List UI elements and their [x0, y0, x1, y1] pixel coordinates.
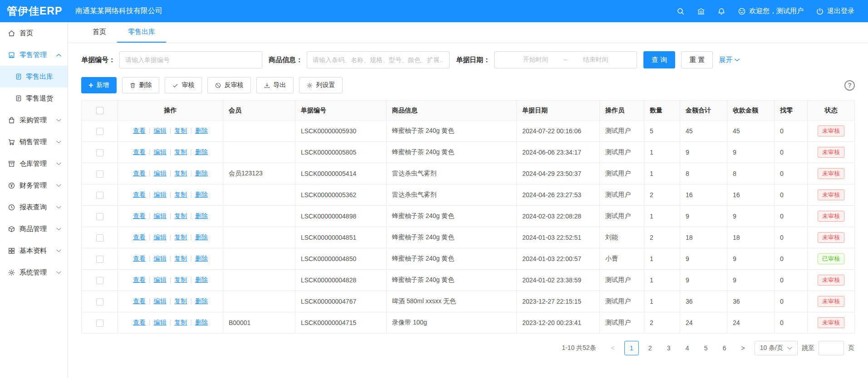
tab-retail-outbound[interactable]: 零售出库 — [117, 22, 166, 43]
row-action-view[interactable]: 查看 — [133, 319, 146, 326]
row-action-delete[interactable]: 删除 — [195, 191, 208, 198]
sidebar-item-goods-management[interactable]: 商品管理 — [0, 218, 68, 240]
row-action-copy[interactable]: 复制 — [174, 255, 187, 262]
logout-button[interactable]: 退出登录 — [816, 7, 854, 15]
pagination-page-4[interactable]: 4 — [680, 341, 695, 355]
row-action-view[interactable]: 查看 — [133, 212, 146, 219]
reset-button[interactable]: 重 置 — [681, 51, 713, 68]
row-action-copy[interactable]: 复制 — [174, 127, 187, 134]
product-info-input[interactable] — [307, 51, 450, 68]
row-action-copy[interactable]: 复制 — [174, 276, 187, 283]
help-icon[interactable]: ? — [844, 80, 855, 91]
row-action-edit[interactable]: 编辑 — [154, 148, 167, 155]
expand-toggle[interactable]: 展开 — [719, 56, 740, 64]
page-size-select[interactable]: 10 条/页 — [755, 341, 798, 355]
row-action-delete[interactable]: 删除 — [195, 212, 208, 219]
jump-page-input[interactable] — [819, 341, 844, 355]
pagination-page-2[interactable]: 2 — [643, 341, 657, 355]
row-action-copy[interactable]: 复制 — [174, 319, 187, 326]
row-action-delete[interactable]: 删除 — [195, 170, 208, 177]
add-button[interactable]: + 新增 — [81, 77, 117, 93]
row-action-edit[interactable]: 编辑 — [154, 255, 167, 262]
pagination-next[interactable]: > — [736, 341, 750, 355]
user-welcome[interactable]: 欢迎您，测试用户 — [738, 7, 804, 15]
pagination-page-3[interactable]: 3 — [662, 341, 676, 355]
row-checkbox[interactable] — [96, 298, 103, 305]
delete-button[interactable]: 删除 — [122, 77, 159, 93]
row-action-copy[interactable]: 复制 — [174, 297, 187, 305]
row-checkbox[interactable] — [96, 170, 103, 178]
row-checkbox[interactable] — [96, 277, 103, 284]
search-icon[interactable] — [677, 7, 685, 15]
row-action-delete[interactable]: 删除 — [195, 148, 208, 155]
pagination-prev[interactable]: < — [606, 341, 620, 355]
row-action-edit[interactable]: 编辑 — [154, 276, 167, 283]
row-action-edit[interactable]: 编辑 — [154, 233, 167, 241]
row-checkbox[interactable] — [96, 256, 103, 263]
row-action-edit[interactable]: 编辑 — [154, 319, 167, 326]
audit-button[interactable]: 审核 — [165, 77, 202, 93]
sidebar-item-sales-management[interactable]: 销售管理 — [0, 131, 68, 153]
export-button[interactable]: 导出 — [256, 77, 294, 93]
row-action-edit[interactable]: 编辑 — [154, 212, 167, 219]
row-checkbox[interactable] — [96, 234, 103, 242]
row-action-delete[interactable]: 删除 — [195, 319, 208, 326]
bell-icon[interactable] — [717, 7, 726, 15]
pagination-page-1[interactable]: 1 — [624, 341, 639, 355]
row-checkbox[interactable] — [96, 128, 103, 135]
sidebar-item-basic-data[interactable]: 基本资料 — [0, 240, 68, 262]
row-checkbox[interactable] — [96, 320, 103, 327]
sidebar-item-retail-outbound[interactable]: 零售出库 — [0, 66, 68, 87]
sidebar-item-retail-management[interactable]: 零售管理 — [0, 44, 68, 66]
row-action-view[interactable]: 查看 — [133, 127, 146, 134]
row-action-copy[interactable]: 复制 — [174, 170, 187, 177]
row-action-copy[interactable]: 复制 — [174, 191, 187, 198]
pagination-page-6[interactable]: 6 — [717, 341, 732, 355]
pagination-page-5[interactable]: 5 — [699, 341, 713, 355]
row-action-view[interactable]: 查看 — [133, 148, 146, 155]
bill-no-input[interactable] — [119, 51, 262, 68]
row-action-delete[interactable]: 删除 — [195, 233, 208, 241]
row-action-view[interactable]: 查看 — [133, 170, 146, 177]
tab-home[interactable]: 首页 — [82, 22, 117, 43]
column-settings-button[interactable]: 列设置 — [299, 77, 343, 93]
row-action-delete[interactable]: 删除 — [195, 276, 208, 283]
unaudit-button[interactable]: 反审核 — [207, 77, 251, 93]
row-action-view[interactable]: 查看 — [133, 255, 146, 262]
retail-submenu: 零售出库 零售退货 — [0, 66, 68, 109]
date-range-picker[interactable]: 开始时间 ~ 结束时间 — [494, 51, 637, 68]
search-button[interactable]: 查 询 — [643, 51, 675, 68]
sidebar-item-finance-management[interactable]: 财务管理 — [0, 174, 68, 196]
sidebar-item-report-query[interactable]: 报表查询 — [0, 196, 68, 218]
row-action-view[interactable]: 查看 — [133, 233, 146, 241]
row-action-edit[interactable]: 编辑 — [154, 127, 167, 134]
row-checkbox[interactable] — [96, 149, 103, 156]
sidebar-item-label: 财务管理 — [20, 181, 47, 190]
row-action-copy[interactable]: 复制 — [174, 233, 187, 241]
cell-operator: 测试用户 — [600, 142, 644, 163]
row-checkbox[interactable] — [96, 213, 103, 220]
row-action-delete[interactable]: 删除 — [195, 255, 208, 262]
row-action-delete[interactable]: 删除 — [195, 127, 208, 134]
row-action-edit[interactable]: 编辑 — [154, 297, 167, 305]
row-action-view[interactable]: 查看 — [133, 191, 146, 198]
sidebar-item-label: 仓库管理 — [20, 160, 47, 168]
status-badge: 未审核 — [818, 189, 844, 200]
row-action-copy[interactable]: 复制 — [174, 212, 187, 219]
sidebar-item-home[interactable]: 首页 — [0, 22, 68, 44]
sidebar-item-warehouse-management[interactable]: 仓库管理 — [0, 153, 68, 174]
row-action-edit[interactable]: 编辑 — [154, 191, 167, 198]
sidebar-item-purchase-management[interactable]: 采购管理 — [0, 109, 68, 131]
select-all-checkbox[interactable] — [96, 107, 103, 114]
sidebar-item-retail-return[interactable]: 零售退货 — [0, 87, 68, 109]
bank-icon[interactable] — [697, 7, 705, 15]
row-action-copy[interactable]: 复制 — [174, 148, 187, 155]
sidebar-item-system-management[interactable]: 系统管理 — [0, 262, 68, 283]
row-checkbox[interactable] — [96, 192, 103, 199]
row-action-view[interactable]: 查看 — [133, 276, 146, 283]
sidebar: 首页 零售管理 零售出库 零售退货 采购管理 — [0, 22, 68, 378]
row-action-view[interactable]: 查看 — [133, 297, 146, 305]
row-action-delete[interactable]: 删除 — [195, 297, 208, 305]
cell-date: 2024-04-29 23:50:37 — [517, 163, 600, 184]
row-action-edit[interactable]: 编辑 — [154, 170, 167, 177]
